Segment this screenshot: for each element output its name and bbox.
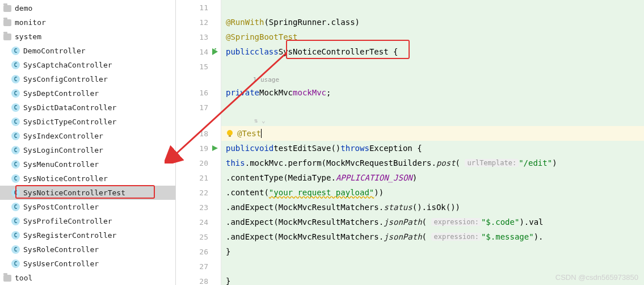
gutter-line: 25 xyxy=(176,229,221,244)
gutter-line: 15 xyxy=(176,59,221,74)
code-line[interactable]: .andExpect(MockMvcResultMatchers.jsonPat… xyxy=(221,229,644,244)
gutter-line: 21 xyxy=(176,170,221,185)
tree-class-sysrole[interactable]: CSysRoleController xyxy=(0,242,175,257)
tree-label: SysMenuController xyxy=(23,160,99,169)
code-line[interactable] xyxy=(221,259,644,274)
tree-class-democontroller[interactable]: CDemoController xyxy=(0,44,175,58)
gutter-line: 22 xyxy=(176,185,221,200)
class-icon: C xyxy=(11,217,20,225)
gutter-line: 17 xyxy=(176,100,221,115)
class-icon: C xyxy=(11,231,20,240)
code-line[interactable] xyxy=(221,100,644,115)
code-line[interactable]: this.mockMvc.perform(MockMvcRequestBuild… xyxy=(221,156,644,170)
line-gutter: 11 12 13 14 15 16 17 18 19 20 21 22 23 2… xyxy=(176,0,221,285)
class-icon: C xyxy=(11,132,20,140)
tree-label: SysCaptchaController xyxy=(23,61,112,69)
folder-icon xyxy=(3,19,11,26)
tree-label: SysPostController xyxy=(23,203,99,211)
tree-class-sysconfig[interactable]: CSysConfigController xyxy=(0,72,175,86)
gutter-line xyxy=(176,115,221,126)
tree-class-sysprofile[interactable]: CSysProfileController xyxy=(0,214,175,228)
tree-class-syslogin[interactable]: CSysLoginController xyxy=(0,143,175,157)
gutter-line: 11 xyxy=(176,0,221,15)
tree-class-sysnotice[interactable]: CSysNoticeController xyxy=(0,171,175,186)
gutter-line: 28 xyxy=(176,274,221,285)
code-editor[interactable]: 11 12 13 14 15 16 17 18 19 20 21 22 23 2… xyxy=(176,0,644,285)
run-test-icon[interactable] xyxy=(212,48,218,55)
usage-hint[interactable]: 1 usage xyxy=(221,74,644,85)
folder-icon xyxy=(3,33,11,40)
code-line[interactable]: .contentType(MediaType.APPLICATION_JSON) xyxy=(221,170,644,185)
tree-label: SysDictDataController xyxy=(23,103,116,112)
tree-label: system xyxy=(15,32,41,41)
text-cursor xyxy=(261,129,262,138)
code-line[interactable]: private MockMvc mockMvc; xyxy=(221,85,644,100)
svg-marker-2 xyxy=(212,145,218,151)
tree-folder-tool[interactable]: tool xyxy=(0,271,175,285)
svg-marker-1 xyxy=(215,48,217,50)
tree-class-syscaptcha[interactable]: CSysCaptchaController xyxy=(0,58,175,72)
tree-label: SysRoleController xyxy=(23,245,99,254)
intention-bulb-icon[interactable] xyxy=(226,129,234,137)
tree-label: SysRegisterController xyxy=(23,231,116,240)
tree-label: DemoController xyxy=(23,47,86,55)
code-line[interactable]: @SpringBootTest xyxy=(221,30,644,44)
code-line[interactable]: } xyxy=(221,244,644,259)
svg-rect-4 xyxy=(229,135,231,137)
tree-label: SysProfileController xyxy=(23,217,112,225)
gutter-line: 19 xyxy=(176,141,221,156)
gutter-line: 12 xyxy=(176,15,221,30)
code-line[interactable]: .andExpect(MockMvcResultMatchers.jsonPat… xyxy=(221,215,644,229)
folder-icon xyxy=(3,275,11,282)
gutter-line xyxy=(176,74,221,85)
tree-label: SysDictTypeController xyxy=(23,118,116,126)
tree-class-sysdicttype[interactable]: CSysDictTypeController xyxy=(0,115,175,129)
watermark: CSDN @csdn565973850 xyxy=(555,273,638,282)
tree-class-sysdictdata[interactable]: CSysDictDataController xyxy=(0,100,175,115)
tree-label: SysLoginController xyxy=(23,146,103,154)
code-line[interactable]: .andExpect(MockMvcResultMatchers.status(… xyxy=(221,200,644,215)
project-tree[interactable]: demo monitor system CDemoController CSys… xyxy=(0,0,176,285)
code-line[interactable]: public void testEditSave() throws Except… xyxy=(221,141,644,156)
folder-icon xyxy=(3,5,11,12)
tree-class-syspost[interactable]: CSysPostController xyxy=(0,200,175,214)
class-icon: C xyxy=(11,61,20,69)
tree-class-sysnoticetest[interactable]: CSysNoticeControllerTest xyxy=(0,186,175,200)
tree-label: tool xyxy=(15,274,32,282)
code-line[interactable] xyxy=(221,59,644,74)
class-icon: C xyxy=(11,75,20,83)
class-icon: C xyxy=(11,103,20,112)
tree-folder-monitor[interactable]: monitor xyxy=(0,15,175,30)
class-icon: C xyxy=(11,259,20,268)
tree-class-sysregister[interactable]: CSysRegisterController xyxy=(0,228,175,242)
class-icon: C xyxy=(11,203,20,211)
run-test-icon[interactable] xyxy=(212,145,218,152)
class-icon: C xyxy=(11,146,20,154)
code-line[interactable] xyxy=(221,0,644,15)
tree-class-sysmenu[interactable]: CSysMenuController xyxy=(0,157,175,171)
code-line-current[interactable]: @Test xyxy=(221,126,644,141)
code-fold[interactable]: ⇅ ⌄ xyxy=(221,115,644,126)
tree-folder-system[interactable]: system xyxy=(0,30,175,44)
code-line[interactable]: @RunWith(SpringRunner.class) xyxy=(221,15,644,30)
code-area[interactable]: @RunWith(SpringRunner.class) @SpringBoot… xyxy=(221,0,644,285)
tree-label: demo xyxy=(15,4,32,12)
tree-label: SysNoticeController xyxy=(23,174,108,183)
class-icon: C xyxy=(11,89,20,98)
tree-label: SysConfigController xyxy=(23,75,108,83)
tree-class-sysindex[interactable]: CSysIndexController xyxy=(0,129,175,143)
gutter-line: 16 xyxy=(176,85,221,100)
gutter-line: 13 xyxy=(176,30,221,44)
tree-folder-demo[interactable]: demo xyxy=(0,1,175,15)
class-icon: C xyxy=(11,245,20,254)
class-icon: C xyxy=(11,118,20,126)
tree-label: SysNoticeControllerTest xyxy=(23,188,125,197)
code-line[interactable]: .content("your request payload")) xyxy=(221,185,644,200)
tree-label: SysIndexController xyxy=(23,132,103,140)
gutter-line: 14 xyxy=(176,44,221,59)
tree-class-sysdept[interactable]: CSysDeptController xyxy=(0,86,175,100)
gutter-line: 26 xyxy=(176,244,221,259)
tree-class-sysuser[interactable]: CSysUserController xyxy=(0,257,175,271)
code-line[interactable]: public class SysNoticeControllerTest { xyxy=(221,44,644,59)
class-icon: C xyxy=(11,47,20,55)
